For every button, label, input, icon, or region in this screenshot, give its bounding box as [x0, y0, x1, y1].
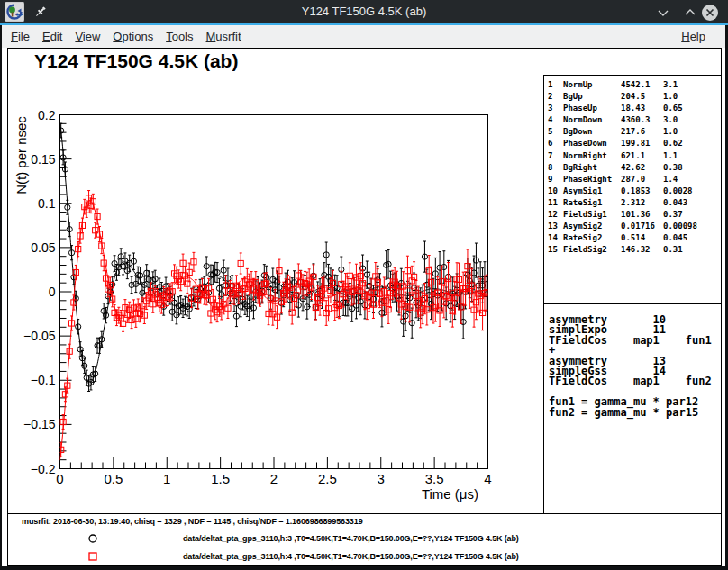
legend-label: data/deltat_pta_gps_3110,h:4 ,T0=4.50K,T… — [183, 552, 519, 561]
parameter-theory-divider — [543, 303, 721, 304]
fit-parameter-table: 1NormUp4542.13.12BgUp204.51.03PhaseUp18.… — [548, 79, 717, 256]
plot-title: Y124 TF150G 4.5K (ab) — [34, 50, 238, 72]
param-row-PhaseDown: 6PhaseDown199.810.62 — [548, 138, 717, 149]
param-row-RateSig1: 11RateSig12.3120.043 — [548, 197, 717, 209]
param-row-AsymSig2: 13AsymSig20.017160.00098 — [548, 221, 717, 232]
legend-entry: data/deltat_pta_gps_3110,h:3 ,T0=4.50K,T… — [0, 532, 721, 545]
param-row-FieldSig1: 12FieldSig1101.360.37 — [548, 209, 717, 221]
fit-info-line: musrfit: 2018-06-30, 13:19:40, chisq = 1… — [22, 517, 363, 526]
param-row-BgDown: 5BgDown217.61.0 — [548, 126, 717, 138]
y-axis-label: N(t) per nsec — [14, 106, 29, 205]
param-row-NormDown: 4NormDown4360.33.0 — [548, 114, 717, 126]
param-row-PhaseRight: 9PhaseRight287.01.4 — [548, 174, 717, 185]
param-row-FieldSig2: 15FieldSig2146.320.31 — [548, 244, 717, 256]
theory-block: asymmetry 10 simplExpo 11 TFieldCos map1… — [549, 315, 712, 418]
param-row-BgRight: 8BgRight42.620.38 — [548, 162, 717, 174]
param-row-AsymSig1: 10AsymSig10.18530.0028 — [548, 185, 717, 197]
x-axis-label: Time (μs) — [298, 486, 478, 502]
param-row-NormRight: 7NormRight621.11.1 — [548, 150, 717, 162]
legend-label: data/deltat_pta_gps_3110,h:3 ,T0=4.50K,T… — [183, 534, 519, 543]
application-window: ++ Y124 TF150G 4.5K (ab) FileEditViewOpt… — [0, 0, 728, 570]
legend-entry: data/deltat_pta_gps_3110,h:4 ,T0=4.50K,T… — [0, 550, 721, 563]
param-row-RateSig2: 14RateSig20.5140.045 — [548, 232, 717, 244]
legend-circle-marker — [86, 532, 99, 545]
legend-square-marker — [86, 550, 99, 563]
param-row-BgUp: 2BgUp204.51.0 — [548, 91, 717, 103]
param-row-NormUp: 1NormUp4542.13.1 — [548, 79, 717, 91]
param-row-PhaseUp: 3PhaseUp18.430.65 — [548, 103, 717, 114]
